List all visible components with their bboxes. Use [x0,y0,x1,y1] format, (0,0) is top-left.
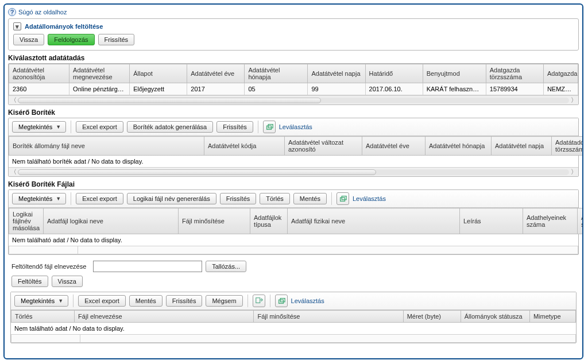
cell-name: Online pénztárgép... [69,83,130,95]
scroll-right-icon[interactable]: 〉 [569,168,578,176]
col-version[interactable]: Adatátvétel változat azonosító [285,137,362,156]
cell-ownerid: 15789934 [486,83,543,95]
excel-export-button[interactable]: Excel export [76,121,123,133]
file-label: Feltöltendő fájl elnevezése [11,263,86,270]
col-loc[interactable]: Adathelyeinek száma [523,208,578,234]
col-rows[interactable]: Adatsorok száma [578,208,584,234]
add-row-icon[interactable] [253,295,265,307]
save-button[interactable]: Mentés [293,193,327,204]
col-filename[interactable]: Boríték állomány fájl neve [9,137,204,156]
view-label: Megtekintés [18,123,52,130]
divider [247,295,248,307]
col-id[interactable]: Adatátvétel azonosítója [9,64,69,83]
cell-year: 2017 [187,83,245,95]
col-desc[interactable]: Leírás [460,208,523,234]
generate-envelope-button[interactable]: Boríték adatok generálása [127,121,213,133]
svg-rect-4 [256,298,260,303]
view-menu[interactable]: Megtekintés ▼ [14,295,68,307]
scroll-thumb[interactable] [18,98,321,103]
scroll-thumb[interactable] [18,169,376,175]
files-toolbar: Megtekintés ▼ Excel export Logikai fájl … [9,190,578,208]
files-footer [9,246,578,254]
refresh-button[interactable]: Frissítés [98,34,135,45]
scroll-left-icon[interactable]: 〈 [9,96,18,104]
col-deadline[interactable]: Határidő [365,64,423,83]
back-button[interactable]: Vissza [52,276,83,287]
detach-link[interactable]: Leválasztás [291,297,324,304]
col-type[interactable]: Adatfájlok típusa [250,208,288,234]
divider [71,192,71,205]
detach-link[interactable]: Leválasztás [353,195,386,202]
scroll-left-icon[interactable]: 〈 [9,168,18,176]
col-submitmode[interactable]: Benyujtmod [423,64,486,83]
col-month[interactable]: Adatátvétel hónapja [245,64,308,83]
h-scrollbar[interactable]: 〈 〉 [9,167,578,176]
window-frame: ? Súgó az oldalhoz ▾ Adatállományok felt… [3,3,583,359]
cell-submitmode: KARÁT felhasználó... [423,83,486,95]
col-day[interactable]: Adatátvétel napja [492,137,552,156]
col-mime[interactable]: Mimetype [529,311,575,323]
col-year[interactable]: Adatátvétel éve [362,137,425,156]
col-qual[interactable]: Fájl minősítése [179,208,250,234]
save-button[interactable]: Mentés [129,295,163,307]
delete-button[interactable]: Törlés [260,193,290,204]
col-month[interactable]: Adatátvétel hónapja [425,137,492,156]
upload-button[interactable]: Feltöltés [11,276,48,287]
col-owner[interactable]: Adatgazda [543,64,578,83]
col-size[interactable]: Méret (byte) [403,311,461,323]
excel-export-button[interactable]: Excel export [78,295,126,307]
col-code[interactable]: Adatátvétel kódja [204,137,285,156]
detach-icon[interactable] [263,121,276,133]
refresh-button[interactable]: Frissítés [216,121,253,133]
col-copy[interactable]: Logikai fájlnév másolása [9,208,44,234]
excel-export-button[interactable]: Excel export [76,193,123,204]
table-row[interactable]: 2360 Online pénztárgép... Előjegyzett 20… [9,83,578,95]
col-orgid[interactable]: Adatátadó szervezet törzsszám [552,137,584,156]
file-name-input[interactable] [93,261,202,272]
col-qual[interactable]: Fájl minősítése [254,311,403,323]
col-day[interactable]: Adatátvétel napja [308,64,365,83]
detach-link[interactable]: Leválasztás [279,123,312,130]
cell-day: 99 [308,83,365,95]
table-header-row: Logikai fájlnév másolása Adatfájl logika… [9,208,584,234]
cell-id: 2360 [9,83,69,95]
process-button[interactable]: Feldolgozás [48,34,94,45]
browse-button[interactable]: Tallózás... [206,261,246,272]
scroll-right-icon[interactable]: 〉 [569,96,578,104]
refresh-button[interactable]: Frissítés [166,295,203,307]
col-del[interactable]: Törlés [11,311,75,323]
files-table: Logikai fájlnév másolása Adatfájl logika… [9,208,583,234]
detach-icon[interactable] [275,295,288,307]
uploads-toolbar: Megtekintés ▼ Excel export Mentés Frissí… [11,292,576,310]
col-name[interactable]: Adatátvétel megnevezése [69,64,130,83]
empty-message: Nem található adat / No data to display. [11,323,576,334]
col-ownerid[interactable]: Adatgazda törzsszáma [486,64,543,83]
col-lname[interactable]: Adatfájl logikai neve [44,208,179,234]
back-button[interactable]: Vissza [13,34,44,45]
col-state[interactable]: Állapot [130,64,187,83]
view-menu[interactable]: Megtekintés ▼ [12,193,66,204]
refresh-button[interactable]: Frissítés [220,193,257,204]
help-link[interactable]: ? Súgó az oldalhoz [8,8,67,16]
upload-panel: ▾ Adatállományok feltöltése Vissza Feldo… [8,18,579,51]
scroll-track[interactable] [18,98,569,103]
col-pname[interactable]: Adatfájl fizikai neve [288,208,460,234]
uploads-footer [11,334,576,343]
chevron-down-icon: ▼ [56,196,61,202]
help-label: Súgó az oldalhoz [18,9,67,16]
collapse-icon[interactable]: ▾ [13,22,21,30]
generate-logicalname-button[interactable]: Logikai fájl név genererálás [127,193,216,204]
cancel-button[interactable]: Mégsem [206,295,242,307]
files-block: Megtekintés ▼ Excel export Logikai fájl … [8,189,579,255]
scroll-track[interactable] [18,169,569,175]
col-fname[interactable]: Fájl elnevezése [75,311,254,323]
col-year[interactable]: Adatátvétel éve [187,64,245,83]
col-status[interactable]: Állományok státusza [461,311,529,323]
h-scrollbar[interactable]: 〈 〉 [9,95,578,104]
envelope-table: Boríték állomány fájl neve Adatátvétel k… [9,136,583,156]
cell-owner: NEMZETI A [543,83,578,95]
table-header-row: Adatátvétel azonosítója Adatátvétel megn… [9,64,578,83]
chevron-down-icon: ▼ [56,124,61,130]
detach-icon[interactable] [336,192,349,205]
view-menu[interactable]: Megtekintés ▼ [12,121,66,133]
